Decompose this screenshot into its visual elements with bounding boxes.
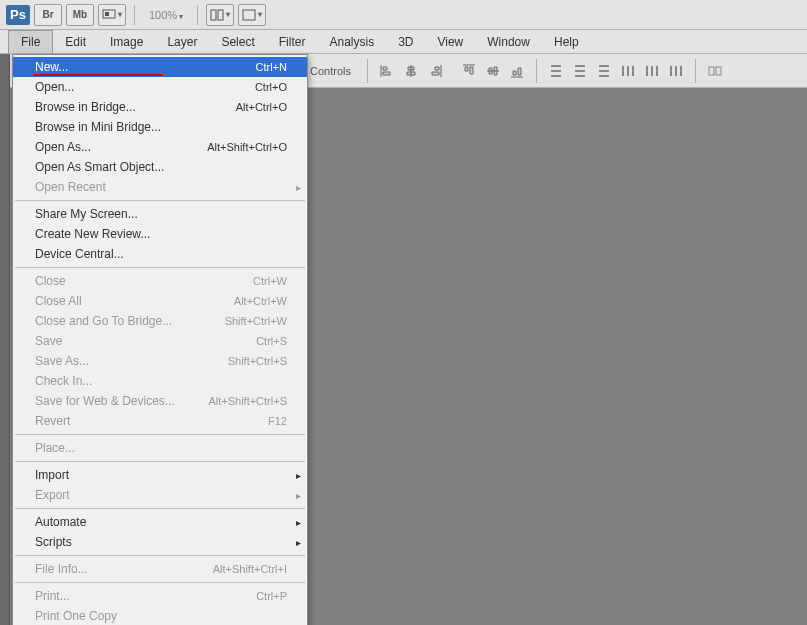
distribute-h-center-icon[interactable] (641, 60, 663, 82)
svg-rect-15 (627, 66, 629, 76)
svg-rect-17 (646, 66, 648, 76)
menu-item-close-all: Close All Alt+Ctrl+W (13, 291, 307, 311)
menu-3d[interactable]: 3D (386, 30, 425, 53)
options-controls-label: Controls (310, 65, 351, 77)
menu-window[interactable]: Window (475, 30, 542, 53)
menu-item-open-smart[interactable]: Open As Smart Object... (13, 157, 307, 177)
menu-item-label: Save As... (35, 354, 89, 368)
menu-item-browse-bridge[interactable]: Browse in Bridge... Alt+Ctrl+O (13, 97, 307, 117)
menu-item-label: Place... (35, 441, 75, 455)
menu-analysis[interactable]: Analysis (317, 30, 386, 53)
shortcut-label: Ctrl+N (256, 61, 287, 73)
bridge-button[interactable]: Br (34, 4, 62, 26)
align-center-h-icon[interactable] (400, 60, 422, 82)
menu-item-label: Share My Screen... (35, 207, 138, 221)
menu-item-open-as[interactable]: Open As... Alt+Shift+Ctrl+O (13, 137, 307, 157)
menu-item-share-screen[interactable]: Share My Screen... (13, 204, 307, 224)
menu-item-label: Browse in Bridge... (35, 100, 136, 114)
menu-edit[interactable]: Edit (53, 30, 98, 53)
menu-item-label: Browse in Mini Bridge... (35, 120, 161, 134)
svg-rect-2 (211, 10, 216, 20)
menu-file[interactable]: File (8, 30, 53, 53)
shortcut-label: Ctrl+S (256, 335, 287, 347)
menu-item-open[interactable]: Open... Ctrl+O (13, 77, 307, 97)
menu-item-scripts[interactable]: Scripts (13, 532, 307, 552)
menu-item-new[interactable]: New... Ctrl+N (13, 57, 307, 77)
svg-rect-5 (551, 65, 561, 67)
menu-item-label: Scripts (35, 535, 72, 549)
menu-item-label: New... (35, 60, 68, 74)
separator (134, 5, 135, 25)
shortcut-label: Ctrl+O (255, 81, 287, 93)
svg-rect-21 (675, 66, 677, 76)
svg-rect-23 (709, 67, 714, 75)
menu-item-device-central[interactable]: Device Central... (13, 244, 307, 264)
svg-rect-9 (575, 70, 585, 72)
mini-bridge-button[interactable]: Mb (66, 4, 94, 26)
menu-item-label: Close All (35, 294, 82, 308)
svg-rect-19 (656, 66, 658, 76)
separator (15, 200, 305, 201)
screen-mode-cycle-button[interactable] (238, 4, 266, 26)
menu-item-label: Close and Go To Bridge... (35, 314, 172, 328)
distribute-top-icon[interactable] (545, 60, 567, 82)
align-bottom-icon[interactable] (506, 60, 528, 82)
menu-help[interactable]: Help (542, 30, 591, 53)
svg-rect-6 (551, 70, 561, 72)
svg-rect-11 (599, 65, 609, 67)
svg-rect-1 (105, 12, 109, 16)
separator (536, 59, 537, 83)
arrange-docs-button[interactable] (206, 4, 234, 26)
menu-item-import[interactable]: Import (13, 465, 307, 485)
menu-item-automate[interactable]: Automate (13, 512, 307, 532)
separator (15, 582, 305, 583)
shortcut-label: Alt+Shift+Ctrl+S (208, 395, 287, 407)
align-right-icon[interactable] (424, 60, 446, 82)
align-middle-v-icon[interactable] (482, 60, 504, 82)
menu-item-label: Save for Web & Devices... (35, 394, 175, 408)
distribute-bottom-icon[interactable] (593, 60, 615, 82)
menu-item-label: Open As... (35, 140, 91, 154)
separator (367, 59, 368, 83)
photoshop-logo: Ps (6, 5, 30, 25)
menu-item-save: Save Ctrl+S (13, 331, 307, 351)
menu-item-print: Print... Ctrl+P (13, 586, 307, 606)
distribute-left-icon[interactable] (617, 60, 639, 82)
menu-select[interactable]: Select (209, 30, 266, 53)
align-left-icon[interactable] (376, 60, 398, 82)
menu-item-close: Close Ctrl+W (13, 271, 307, 291)
shortcut-label: Alt+Ctrl+W (234, 295, 287, 307)
menu-layer[interactable]: Layer (155, 30, 209, 53)
menu-item-browse-mini-bridge[interactable]: Browse in Mini Bridge... (13, 117, 307, 137)
shortcut-label: Alt+Shift+Ctrl+I (213, 563, 287, 575)
menu-view[interactable]: View (425, 30, 475, 53)
svg-rect-8 (575, 65, 585, 67)
menu-item-print-one: Print One Copy (13, 606, 307, 625)
menu-item-create-review[interactable]: Create New Review... (13, 224, 307, 244)
file-menu-dropdown: New... Ctrl+N Open... Ctrl+O Browse in B… (12, 54, 308, 625)
svg-rect-13 (599, 75, 609, 77)
menu-item-label: Automate (35, 515, 86, 529)
align-top-icon[interactable] (458, 60, 480, 82)
menu-filter[interactable]: Filter (267, 30, 318, 53)
separator (15, 434, 305, 435)
svg-rect-22 (680, 66, 682, 76)
screen-mode-button[interactable] (98, 4, 126, 26)
menu-image[interactable]: Image (98, 30, 155, 53)
top-toolbar: Ps Br Mb 100% (0, 0, 807, 30)
auto-align-icon[interactable] (704, 60, 726, 82)
menu-item-label: Print One Copy (35, 609, 117, 623)
zoom-level[interactable]: 100% (149, 9, 183, 21)
shortcut-label: Shift+Ctrl+S (228, 355, 287, 367)
menu-item-label: Open... (35, 80, 74, 94)
distribute-right-icon[interactable] (665, 60, 687, 82)
separator (15, 555, 305, 556)
menu-item-label: Open Recent (35, 180, 106, 194)
shortcut-label: Ctrl+W (253, 275, 287, 287)
menu-item-export: Export (13, 485, 307, 505)
svg-rect-18 (651, 66, 653, 76)
menu-item-file-info: File Info... Alt+Shift+Ctrl+I (13, 559, 307, 579)
distribute-v-center-icon[interactable] (569, 60, 591, 82)
menu-item-close-bridge: Close and Go To Bridge... Shift+Ctrl+W (13, 311, 307, 331)
menu-item-label: Revert (35, 414, 70, 428)
